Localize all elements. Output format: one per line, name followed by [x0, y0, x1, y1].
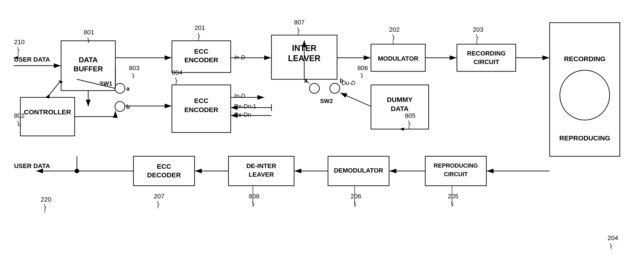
svg-rect-30 [134, 156, 194, 186]
svg-point-59 [330, 83, 340, 93]
svg-text:DE-INTER: DE-INTER [246, 162, 276, 169]
svg-text:LEAVER: LEAVER [248, 171, 274, 178]
svg-text:In-D: In-D [234, 54, 245, 61]
svg-text:DATA: DATA [391, 105, 409, 112]
svg-text:808: 808 [249, 193, 260, 200]
diagram-svg: DATA BUFFER ECC ENCODER INTER LEAVER MOD… [0, 0, 644, 260]
svg-text:DECODER: DECODER [147, 171, 181, 179]
svg-text:201: 201 [194, 24, 205, 31]
svg-text:SW2: SW2 [320, 98, 333, 104]
svg-text:801: 801 [84, 29, 94, 36]
svg-text:CIRCUIT: CIRCUIT [474, 59, 499, 66]
svg-text:807: 807 [294, 19, 305, 26]
svg-text:203: 203 [473, 26, 484, 33]
svg-text:207: 207 [154, 193, 164, 200]
svg-text:202: 202 [389, 26, 400, 33]
svg-text:ENCODER: ENCODER [184, 56, 218, 64]
svg-text:Du-D: Du-D [342, 80, 355, 86]
svg-text:USER DATA: USER DATA [14, 162, 50, 169]
svg-text:USER DATA: USER DATA [14, 56, 50, 63]
svg-text:ECC: ECC [194, 48, 208, 55]
diagram: DATA BUFFER ECC ENCODER INTER LEAVER MOD… [0, 0, 644, 260]
svg-text:204: 204 [608, 234, 618, 241]
svg-text:DUMMY: DUMMY [387, 96, 412, 103]
svg-text:ECC: ECC [194, 97, 208, 104]
svg-text:In-D: In-D [234, 92, 245, 99]
svg-rect-28 [20, 97, 75, 136]
svg-point-58 [310, 83, 320, 93]
svg-text:DEMODULATOR: DEMODULATOR [334, 167, 383, 174]
svg-point-49 [115, 83, 125, 93]
svg-text:b: b [126, 103, 130, 110]
svg-text:RECORDING: RECORDING [564, 55, 605, 63]
svg-text:RECORDING: RECORDING [467, 50, 506, 57]
svg-text:MODULATOR: MODULATOR [378, 55, 418, 62]
svg-line-70 [340, 93, 371, 106]
svg-text:806: 806 [358, 65, 368, 72]
svg-text:803: 803 [129, 65, 140, 72]
svg-point-16 [560, 70, 610, 120]
svg-text:Re-Dn: Re-Dn [234, 111, 251, 118]
svg-text:BUFFER: BUFFER [74, 65, 103, 73]
svg-text:CONTROLLER: CONTROLLER [24, 108, 71, 116]
svg-text:805: 805 [405, 112, 416, 119]
svg-text:SW1: SW1 [100, 80, 112, 87]
svg-text:ECC: ECC [157, 163, 171, 170]
svg-text:802: 802 [14, 112, 25, 119]
svg-point-50 [115, 101, 125, 111]
svg-text:CIRCUIT: CIRCUIT [444, 171, 468, 178]
svg-text:206: 206 [350, 193, 361, 200]
svg-text:DATA: DATA [79, 56, 98, 64]
svg-rect-11 [457, 44, 516, 71]
svg-text:205: 205 [448, 193, 458, 200]
svg-text:210: 210 [14, 39, 25, 46]
svg-text:REPRODUCING: REPRODUCING [434, 162, 478, 169]
svg-text:ENCODER: ENCODER [184, 106, 218, 113]
svg-text:a: a [126, 85, 130, 92]
svg-text:220: 220 [41, 196, 51, 203]
svg-text:REPRODUCING: REPRODUCING [559, 134, 610, 142]
svg-text:Re-Dn-1: Re-Dn-1 [234, 103, 256, 110]
svg-text:804: 804 [172, 69, 182, 76]
